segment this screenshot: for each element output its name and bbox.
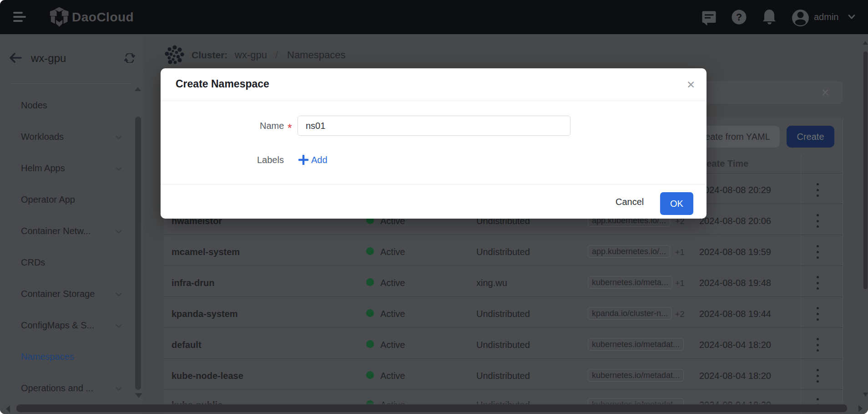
- svg-text:?: ?: [736, 11, 742, 23]
